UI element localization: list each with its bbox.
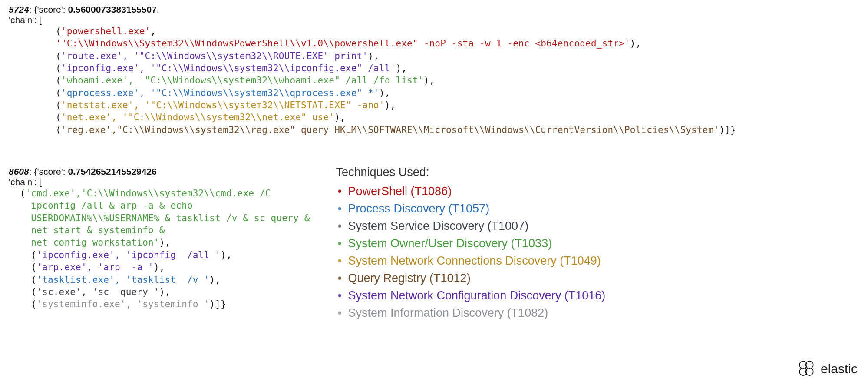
code-segment: ( — [9, 299, 36, 309]
legend-item: System Network Connections Discovery (T1… — [336, 252, 606, 270]
code-segment: ( — [56, 112, 61, 123]
legend-list: PowerShell (T1086)Process Discovery (T10… — [336, 183, 606, 322]
legend-item: System Network Configuration Discovery (… — [336, 287, 606, 305]
code-segment: 'netstat.exe', '"C:\\Windows\\system32\\… — [61, 100, 385, 110]
code-segment: 'sc.exe', 'sc query ' — [36, 287, 159, 297]
chain-block-1: 5724: {'score': 0.5600073383155507, 'cha… — [9, 4, 859, 136]
legend-item: Query Registry (T1012) — [336, 270, 606, 287]
code-segment: net start & systeminfo & — [9, 225, 165, 236]
block2-id: 8608 — [9, 166, 29, 176]
code-segment: ( — [56, 100, 61, 110]
code-segment: ), — [221, 250, 232, 260]
code-segment: 'whoami.exe', '"C:\\Windows\\system32\\w… — [61, 75, 424, 86]
code-segment: 'powershell.exe' — [61, 26, 151, 37]
code-segment: '"C:\\Windows\\System32\\WindowsPowerShe… — [56, 38, 630, 49]
block2-score: 0.7542652145529426 — [68, 166, 156, 176]
code-segment: ), — [334, 112, 346, 123]
code-segment: ( — [56, 63, 61, 73]
code-segment: ( — [9, 275, 36, 285]
block1-score: 0.5600073383155507 — [68, 4, 156, 14]
code-segment: 'reg.exe',"C:\\Windows\\system32\\reg.ex… — [61, 125, 719, 135]
legend-item: PowerShell (T1086) — [336, 183, 606, 200]
block1-chain-label: 'chain': [ — [9, 15, 859, 25]
legend-item: System Information Discovery (T1082) — [336, 305, 606, 322]
legend-item: System Service Discovery (T1007) — [336, 218, 606, 235]
code-segment: ( — [9, 188, 26, 199]
code-segment: 'qprocess.exe', '"C:\\Windows\\system32\… — [61, 88, 379, 98]
code-segment: ), — [209, 275, 221, 285]
code-segment: ), — [396, 63, 407, 73]
code-segment: ), — [385, 100, 396, 110]
code-segment: 'arp.exe', 'arp -a ' — [36, 262, 154, 272]
code-segment: 'net.exe', '"C:\\Windows\\system32\\net.… — [61, 112, 334, 123]
block1-code: ('powershell.exe','"C:\\Windows\\System3… — [9, 25, 859, 136]
code-segment: 'ipconfig.exe', 'ipconfig /all ' — [36, 250, 221, 260]
code-segment: 'systeminfo.exe', 'systeminfo ' — [36, 299, 209, 309]
code-segment: ( — [9, 250, 36, 260]
code-segment: )]} — [209, 299, 226, 309]
code-segment: ), — [154, 262, 165, 272]
legend-item: Process Discovery (T1057) — [336, 200, 606, 218]
code-segment: 'ipconfig.exe', '"C:\\Windows\\system32\… — [61, 63, 396, 73]
code-segment: , — [150, 26, 156, 37]
code-segment: 'cmd.exe','C:\\Windows\\system32\\cmd.ex… — [26, 188, 271, 199]
code-segment: ( — [56, 26, 61, 37]
code-segment: net config workstation' — [9, 237, 159, 248]
code-segment: 'route.exe', '"C:\\Windows\\system32\\RO… — [61, 51, 368, 61]
code-segment: ), — [368, 51, 379, 61]
chain-block-2: 8608: {'score': 0.7542652145529426 'chai… — [9, 166, 310, 310]
block2-score-label: {'score': — [34, 166, 68, 176]
elastic-logo: elastic — [796, 359, 858, 379]
code-segment: ), — [379, 88, 390, 98]
code-segment: )]} — [719, 125, 736, 135]
code-segment: ), — [424, 75, 435, 86]
block2-code: ('cmd.exe','C:\\Windows\\system32\\cmd.e… — [9, 187, 310, 310]
code-segment: ), — [630, 38, 641, 49]
code-segment: ), — [159, 237, 171, 248]
block1-score-trail: , — [157, 4, 159, 14]
code-segment: ( — [9, 262, 36, 272]
elastic-label: elastic — [821, 362, 858, 376]
block2-header: 8608: {'score': 0.7542652145529426 — [9, 166, 310, 177]
block2-chain-label: 'chain': [ — [9, 177, 310, 187]
code-segment: ipconfig /all & arp -a & echo — [9, 200, 193, 211]
code-segment: ), — [159, 287, 171, 297]
elastic-cluster-icon — [796, 359, 816, 379]
legend-item: System Owner/User Discovery (T1033) — [336, 235, 606, 252]
block1-score-label: {'score': — [34, 4, 68, 14]
code-segment: ( — [56, 125, 61, 135]
block1-id: 5724 — [9, 4, 29, 14]
legend-title: Techniques Used: — [336, 164, 606, 181]
code-segment: ( — [56, 75, 61, 86]
techniques-legend: Techniques Used: PowerShell (T1086)Proce… — [336, 164, 606, 322]
code-segment: ( — [9, 287, 36, 297]
code-segment: 'tasklist.exe', 'tasklist /v ' — [36, 275, 209, 285]
code-segment: USERDOMAIN%\\%USERNAME% & tasklist /v & … — [9, 213, 310, 223]
code-segment: ( — [56, 88, 61, 98]
code-segment: ( — [56, 51, 61, 61]
block1-header: 5724: {'score': 0.5600073383155507, — [9, 4, 859, 15]
